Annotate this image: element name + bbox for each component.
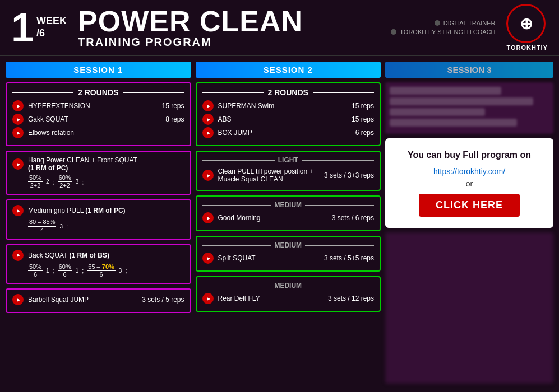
- table-row: BOX JUMP 6 reps: [202, 127, 375, 138]
- fraction: 50% 6: [28, 263, 43, 278]
- section-label-medium2: MEDIUM: [202, 241, 375, 249]
- session1-header: SESSION 1: [6, 62, 191, 78]
- table-row: Elbows rotation: [12, 127, 184, 138]
- cta-or: or: [394, 179, 544, 188]
- cta-title: You can buy Full program on: [394, 150, 544, 161]
- right-panel: SESSION 3 You can buy Full program on ht…: [385, 62, 553, 384]
- week-label-bottom: /6: [36, 27, 67, 40]
- session2-medium1-block: MEDIUM Good Morning 3 sets / 6 reps: [196, 195, 381, 231]
- session1-block1: Hang Power CLEAN + Front SQUAT (1 RM of …: [6, 151, 191, 195]
- page-header: 1 WEEK /6 POWER CLEAN TRAINING PROGRAM D…: [0, 0, 559, 56]
- title-main: POWER CLEAN: [78, 7, 391, 36]
- fraction-display: 50% 6 1 ; 60% 6 1 ; 65 – 70% 6 3 ;: [28, 263, 184, 278]
- table-row: ABS 15 reps: [202, 114, 375, 125]
- fraction: 65 – 70% 6: [87, 263, 116, 278]
- header-tag1-text: DIGITAL TRAINER: [443, 20, 496, 26]
- table-row: Rear Delt FLY 3 sets / 12 reps: [202, 293, 375, 304]
- exercise-reps: 3 sets / 3+3 reps: [324, 171, 374, 179]
- title-sub: TRAINING PROGRAM: [78, 36, 391, 49]
- exercise-reps: 15 reps: [352, 102, 374, 110]
- exercise-name: HYPEREXTENSION: [28, 102, 90, 110]
- exercise-reps: 15 reps: [161, 102, 184, 110]
- table-row: Back SQUAT (1 RM of BS): [12, 250, 184, 261]
- logo-container: ⊕ TOROKHTIY: [506, 4, 548, 51]
- exercise-name: Gakk SQUAT: [28, 115, 68, 123]
- fraction-display: 50% 2+2 2 ; 60% 2+2 3 ;: [28, 174, 184, 189]
- main-content: SESSION 1 2 ROUNDS HYPEREXTENSION 15 rep…: [0, 56, 559, 389]
- play-button[interactable]: [12, 100, 24, 111]
- header-tag2: TOROKHTIY STRENGTH COACH: [391, 29, 495, 35]
- exercise-name: Barbell Squat JUMP: [28, 296, 89, 304]
- play-button[interactable]: [12, 127, 24, 138]
- blurred-block-top: [385, 82, 553, 134]
- session2-medium3-block: MEDIUM Rear Delt FLY 3 sets / 12 reps: [196, 276, 381, 312]
- exercise-bold: (1 RM of PC): [85, 207, 125, 214]
- exercise-name: Split SQUAT: [218, 254, 256, 262]
- session2-light-block: LIGHT Clean PULL till power position + M…: [196, 151, 381, 191]
- play-button[interactable]: [202, 170, 214, 181]
- table-row: Medium grip PULL (1 RM of PC): [12, 205, 184, 216]
- fraction: 50% 2+2: [28, 174, 43, 189]
- exercise-name: SUPERMAN Swim: [218, 102, 275, 110]
- play-button[interactable]: [202, 293, 214, 304]
- blurred-row: [390, 119, 517, 127]
- session1-block2: Medium grip PULL (1 RM of PC) 80 – 85% 4…: [6, 199, 191, 239]
- table-row: Split SQUAT 3 sets / 5+5 reps: [202, 253, 375, 264]
- title-block: POWER CLEAN TRAINING PROGRAM: [78, 7, 391, 49]
- session2-rounds-block: 2 ROUNDS SUPERMAN Swim 15 reps ABS 15 re…: [196, 82, 381, 146]
- week-label-top: WEEK: [36, 15, 67, 27]
- exercise-name: ABS: [218, 115, 232, 123]
- fraction: 60% 6: [58, 263, 72, 278]
- exercise-name: Good Morning: [218, 214, 261, 222]
- play-button[interactable]: [12, 250, 24, 261]
- section-label-light: LIGHT: [202, 156, 375, 164]
- exercise-reps: 3 sets / 5+5 reps: [324, 254, 374, 262]
- exercise-name: Hang Power CLEAN + Front SQUAT (1 RM of …: [28, 156, 137, 172]
- table-row: Hang Power CLEAN + Front SQUAT (1 RM of …: [12, 156, 184, 172]
- click-here-button[interactable]: CLICK HERE: [419, 194, 520, 217]
- header-tag1: DIGITAL TRAINER: [435, 20, 496, 26]
- play-button[interactable]: [202, 100, 214, 111]
- session2-rounds-label: 2 ROUNDS: [202, 88, 375, 97]
- table-row: Barbell Squat JUMP 3 sets / 5 reps: [12, 294, 184, 305]
- play-button[interactable]: [12, 158, 24, 170]
- cta-link[interactable]: https://torokhtiy.com/: [394, 167, 544, 176]
- play-button[interactable]: [202, 212, 214, 223]
- session1-column: SESSION 1 2 ROUNDS HYPEREXTENSION 15 rep…: [6, 62, 191, 384]
- blurred-row: [390, 87, 501, 95]
- session1-block4: Barbell Squat JUMP 3 sets / 5 reps: [6, 288, 191, 313]
- header-dot1: [435, 20, 440, 26]
- exercise-name: Clean PULL till power position + Muscle …: [218, 167, 324, 183]
- session2-medium2-block: MEDIUM Split SQUAT 3 sets / 5+5 reps: [196, 236, 381, 272]
- header-tag2-text: TOROKHTIY STRENGTH COACH: [400, 29, 495, 35]
- cta-box: You can buy Full program on https://toro…: [385, 138, 553, 228]
- play-button[interactable]: [12, 114, 24, 125]
- play-button[interactable]: [202, 253, 214, 264]
- exercise-reps: 3 sets / 6 reps: [332, 214, 374, 222]
- week-label: WEEK /6: [36, 15, 67, 39]
- table-row: Clean PULL till power position + Muscle …: [202, 167, 375, 183]
- fraction: 60% 2+2: [58, 174, 72, 189]
- exercise-name: Medium grip PULL (1 RM of PC): [28, 207, 126, 214]
- fraction-display: 80 – 85% 4 3 ;: [28, 218, 184, 234]
- exercise-reps: 6 reps: [355, 129, 374, 137]
- blurred-row: [390, 97, 533, 105]
- exercise-name: Elbows rotation: [28, 129, 74, 137]
- session1-rounds-block: 2 ROUNDS HYPEREXTENSION 15 reps Gakk SQU…: [6, 82, 191, 146]
- play-button[interactable]: [202, 114, 214, 125]
- exercise-reps: 8 reps: [165, 115, 184, 123]
- fraction: 80 – 85% 4: [28, 218, 56, 234]
- play-button[interactable]: [12, 205, 24, 216]
- play-button[interactable]: [202, 127, 214, 138]
- table-row: SUPERMAN Swim 15 reps: [202, 100, 375, 111]
- logo-icon: ⊕: [506, 4, 546, 43]
- header-right: DIGITAL TRAINER TOROKHTIY STRENGTH COACH: [391, 20, 495, 35]
- header-dot2: [391, 29, 396, 35]
- play-button[interactable]: [12, 294, 24, 305]
- session2-header: SESSION 2: [196, 62, 381, 78]
- logo-name: TOROKHTIY: [506, 44, 548, 51]
- session1-block3: Back SQUAT (1 RM of BS) 50% 6 1 ; 60% 6 …: [6, 244, 191, 284]
- exercise-name: Back SQUAT (1 RM of BS): [28, 251, 109, 259]
- week-number: 1: [11, 7, 34, 48]
- session1-rounds-label: 2 ROUNDS: [12, 88, 184, 97]
